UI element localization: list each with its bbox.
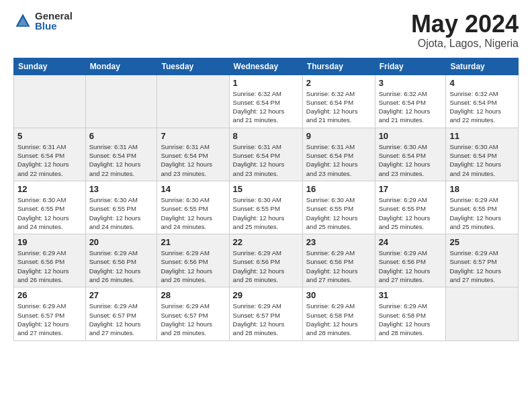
calendar-cell: 14Sunrise: 6:30 AM Sunset: 6:55 PM Dayli… — [157, 181, 229, 234]
calendar-week-1: 1Sunrise: 6:32 AM Sunset: 6:54 PM Daylig… — [14, 75, 519, 128]
day-number: 19 — [17, 237, 82, 247]
calendar-cell: 26Sunrise: 6:29 AM Sunset: 6:57 PM Dayli… — [14, 287, 86, 340]
day-info: Sunrise: 6:30 AM Sunset: 6:54 PM Dayligh… — [379, 142, 443, 178]
calendar-cell: 22Sunrise: 6:29 AM Sunset: 6:56 PM Dayli… — [229, 234, 302, 287]
calendar-cell: 16Sunrise: 6:30 AM Sunset: 6:55 PM Dayli… — [302, 181, 375, 234]
col-header-sunday: Sunday — [14, 58, 86, 75]
day-number: 3 — [379, 78, 443, 88]
calendar-cell: 4Sunrise: 6:32 AM Sunset: 6:54 PM Daylig… — [446, 75, 519, 128]
calendar-cell: 3Sunrise: 6:32 AM Sunset: 6:54 PM Daylig… — [375, 75, 446, 128]
day-info: Sunrise: 6:29 AM Sunset: 6:56 PM Dayligh… — [306, 248, 371, 284]
logo-general: General — [35, 11, 73, 21]
day-info: Sunrise: 6:29 AM Sunset: 6:55 PM Dayligh… — [379, 195, 443, 231]
day-info: Sunrise: 6:31 AM Sunset: 6:54 PM Dayligh… — [161, 142, 225, 178]
day-info: Sunrise: 6:29 AM Sunset: 6:56 PM Dayligh… — [379, 248, 443, 284]
calendar-cell: 5Sunrise: 6:31 AM Sunset: 6:54 PM Daylig… — [14, 128, 86, 181]
calendar-week-5: 26Sunrise: 6:29 AM Sunset: 6:57 PM Dayli… — [14, 287, 519, 340]
calendar-cell: 10Sunrise: 6:30 AM Sunset: 6:54 PM Dayli… — [375, 128, 446, 181]
day-number: 28 — [161, 290, 225, 300]
day-number: 9 — [306, 131, 371, 141]
day-number: 15 — [233, 184, 299, 194]
day-number: 31 — [379, 290, 443, 300]
calendar-cell: 15Sunrise: 6:30 AM Sunset: 6:55 PM Dayli… — [229, 181, 302, 234]
day-number: 6 — [89, 131, 154, 141]
calendar-cell: 17Sunrise: 6:29 AM Sunset: 6:55 PM Dayli… — [375, 181, 446, 234]
day-info: Sunrise: 6:29 AM Sunset: 6:57 PM Dayligh… — [17, 302, 82, 337]
day-number: 23 — [306, 237, 371, 247]
day-info: Sunrise: 6:29 AM Sunset: 6:57 PM Dayligh… — [449, 248, 515, 284]
calendar-cell — [446, 287, 519, 340]
calendar-cell — [85, 75, 157, 128]
day-number: 2 — [306, 78, 371, 88]
col-header-wednesday: Wednesday — [229, 58, 302, 75]
day-info: Sunrise: 6:31 AM Sunset: 6:54 PM Dayligh… — [306, 142, 371, 178]
day-info: Sunrise: 6:30 AM Sunset: 6:55 PM Dayligh… — [89, 195, 154, 231]
day-number: 10 — [379, 131, 443, 141]
day-number: 16 — [306, 184, 371, 194]
calendar-header: SundayMondayTuesdayWednesdayThursdayFrid… — [14, 58, 519, 75]
calendar-week-2: 5Sunrise: 6:31 AM Sunset: 6:54 PM Daylig… — [14, 128, 519, 181]
calendar-cell: 29Sunrise: 6:29 AM Sunset: 6:57 PM Dayli… — [229, 287, 302, 340]
col-header-monday: Monday — [85, 58, 157, 75]
day-info: Sunrise: 6:32 AM Sunset: 6:54 PM Dayligh… — [306, 89, 371, 125]
calendar-cell: 12Sunrise: 6:30 AM Sunset: 6:55 PM Dayli… — [14, 181, 86, 234]
day-number: 12 — [17, 184, 82, 194]
day-info: Sunrise: 6:29 AM Sunset: 6:56 PM Dayligh… — [161, 248, 225, 284]
day-number: 1 — [233, 78, 299, 88]
calendar-week-3: 12Sunrise: 6:30 AM Sunset: 6:55 PM Dayli… — [14, 181, 519, 234]
calendar-cell: 13Sunrise: 6:30 AM Sunset: 6:55 PM Dayli… — [85, 181, 157, 234]
day-info: Sunrise: 6:30 AM Sunset: 6:54 PM Dayligh… — [449, 142, 515, 178]
calendar-body: 1Sunrise: 6:32 AM Sunset: 6:54 PM Daylig… — [14, 75, 519, 340]
day-number: 7 — [161, 131, 225, 141]
calendar-cell: 21Sunrise: 6:29 AM Sunset: 6:56 PM Dayli… — [157, 234, 229, 287]
day-info: Sunrise: 6:29 AM Sunset: 6:55 PM Dayligh… — [449, 195, 515, 231]
day-info: Sunrise: 6:30 AM Sunset: 6:55 PM Dayligh… — [17, 195, 82, 231]
calendar-cell: 7Sunrise: 6:31 AM Sunset: 6:54 PM Daylig… — [157, 128, 229, 181]
day-info: Sunrise: 6:29 AM Sunset: 6:57 PM Dayligh… — [89, 302, 154, 337]
calendar-cell: 27Sunrise: 6:29 AM Sunset: 6:57 PM Dayli… — [85, 287, 157, 340]
day-info: Sunrise: 6:31 AM Sunset: 6:54 PM Dayligh… — [17, 142, 82, 178]
logo: General Blue — [13, 11, 73, 31]
calendar-cell: 31Sunrise: 6:29 AM Sunset: 6:58 PM Dayli… — [375, 287, 446, 340]
col-header-friday: Friday — [375, 58, 446, 75]
calendar-cell: 2Sunrise: 6:32 AM Sunset: 6:54 PM Daylig… — [302, 75, 375, 128]
day-number: 18 — [449, 184, 515, 194]
day-number: 13 — [89, 184, 154, 194]
calendar-cell — [14, 75, 86, 128]
day-info: Sunrise: 6:29 AM Sunset: 6:57 PM Dayligh… — [233, 302, 299, 337]
calendar-cell: 24Sunrise: 6:29 AM Sunset: 6:56 PM Dayli… — [375, 234, 446, 287]
col-header-tuesday: Tuesday — [157, 58, 229, 75]
day-info: Sunrise: 6:30 AM Sunset: 6:55 PM Dayligh… — [233, 195, 299, 231]
col-header-thursday: Thursday — [302, 58, 375, 75]
day-info: Sunrise: 6:32 AM Sunset: 6:54 PM Dayligh… — [233, 89, 299, 125]
calendar-cell: 18Sunrise: 6:29 AM Sunset: 6:55 PM Dayli… — [446, 181, 519, 234]
calendar-cell: 23Sunrise: 6:29 AM Sunset: 6:56 PM Dayli… — [302, 234, 375, 287]
day-number: 20 — [89, 237, 154, 247]
calendar-cell: 11Sunrise: 6:30 AM Sunset: 6:54 PM Dayli… — [446, 128, 519, 181]
page: General Blue May 2024 Ojota, Lagos, Nige… — [0, 0, 532, 352]
day-number: 27 — [89, 290, 154, 300]
day-number: 14 — [161, 184, 225, 194]
day-number: 21 — [161, 237, 225, 247]
day-info: Sunrise: 6:29 AM Sunset: 6:56 PM Dayligh… — [233, 248, 299, 284]
day-number: 26 — [17, 290, 82, 300]
calendar-header-row: SundayMondayTuesdayWednesdayThursdayFrid… — [14, 58, 519, 75]
day-info: Sunrise: 6:29 AM Sunset: 6:58 PM Dayligh… — [379, 302, 443, 337]
day-info: Sunrise: 6:29 AM Sunset: 6:56 PM Dayligh… — [17, 248, 82, 284]
day-number: 22 — [233, 237, 299, 247]
calendar-cell: 9Sunrise: 6:31 AM Sunset: 6:54 PM Daylig… — [302, 128, 375, 181]
day-number: 5 — [17, 131, 82, 141]
day-number: 8 — [233, 131, 299, 141]
day-number: 29 — [233, 290, 299, 300]
calendar-cell: 19Sunrise: 6:29 AM Sunset: 6:56 PM Dayli… — [14, 234, 86, 287]
day-number: 25 — [449, 237, 515, 247]
day-info: Sunrise: 6:30 AM Sunset: 6:55 PM Dayligh… — [306, 195, 371, 231]
calendar-cell: 25Sunrise: 6:29 AM Sunset: 6:57 PM Dayli… — [446, 234, 519, 287]
logo-icon — [13, 11, 32, 30]
day-info: Sunrise: 6:31 AM Sunset: 6:54 PM Dayligh… — [233, 142, 299, 178]
day-number: 17 — [379, 184, 443, 194]
day-info: Sunrise: 6:30 AM Sunset: 6:55 PM Dayligh… — [161, 195, 225, 231]
title-location: Ojota, Lagos, Nigeria — [411, 38, 519, 50]
title-month: May 2024 — [411, 11, 519, 38]
calendar-cell: 28Sunrise: 6:29 AM Sunset: 6:57 PM Dayli… — [157, 287, 229, 340]
